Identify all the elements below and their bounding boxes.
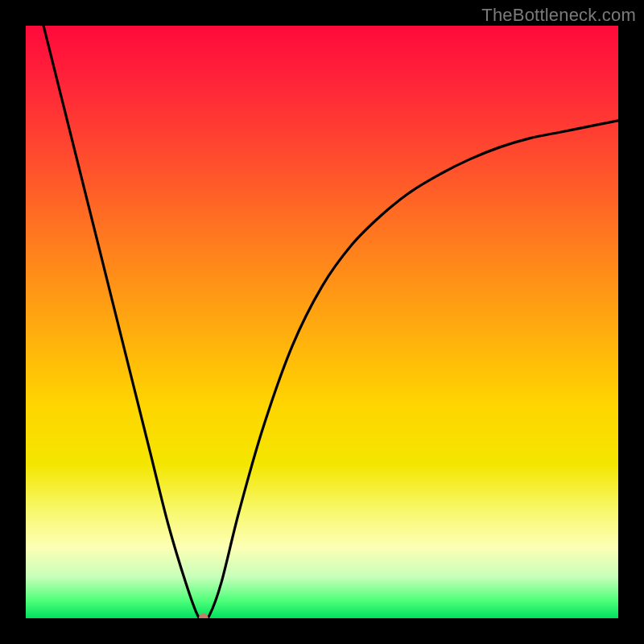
optimum-marker <box>199 613 208 618</box>
watermark-text: TheBottleneck.com <box>481 5 636 26</box>
curve-layer <box>26 26 618 618</box>
chart-frame: TheBottleneck.com <box>0 0 644 644</box>
plot-area <box>26 26 618 618</box>
bottleneck-curve <box>43 26 618 618</box>
